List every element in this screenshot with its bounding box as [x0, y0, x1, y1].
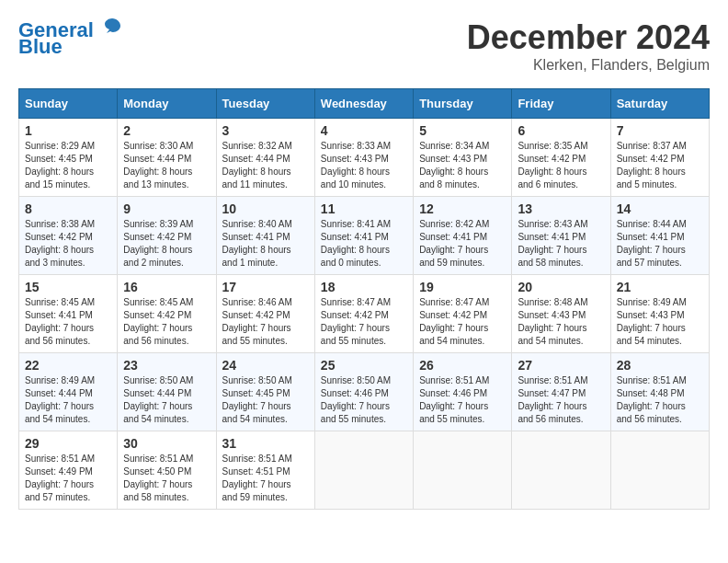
calendar-cell [414, 431, 512, 510]
day-info: Sunrise: 8:50 AM Sunset: 4:46 PM Dayligh… [321, 374, 407, 426]
weekday-header-sunday: Sunday [19, 89, 118, 119]
day-info: Sunrise: 8:44 AM Sunset: 4:41 PM Dayligh… [617, 218, 703, 270]
day-info: Sunrise: 8:51 AM Sunset: 4:49 PM Dayligh… [25, 453, 111, 504]
day-info: Sunrise: 8:50 AM Sunset: 4:44 PM Dayligh… [123, 374, 210, 426]
day-number: 25 [321, 358, 407, 373]
calendar-week-row: 8Sunrise: 8:38 AM Sunset: 4:42 PM Daylig… [19, 197, 710, 275]
logo-bird-icon [101, 15, 123, 37]
month-title: December 2024 [467, 18, 710, 57]
day-info: Sunrise: 8:38 AM Sunset: 4:42 PM Dayligh… [25, 218, 111, 270]
weekday-header-monday: Monday [118, 89, 216, 119]
day-number: 3 [222, 123, 309, 138]
day-info: Sunrise: 8:30 AM Sunset: 4:44 PM Dayligh… [123, 140, 210, 191]
day-number: 27 [518, 358, 604, 373]
day-info: Sunrise: 8:39 AM Sunset: 4:42 PM Dayligh… [123, 218, 210, 270]
day-number: 13 [518, 201, 604, 216]
calendar-cell [314, 431, 413, 510]
calendar-cell [512, 431, 610, 510]
day-info: Sunrise: 8:49 AM Sunset: 4:43 PM Dayligh… [617, 296, 703, 348]
day-number: 23 [123, 358, 210, 373]
day-number: 31 [222, 436, 309, 451]
day-info: Sunrise: 8:33 AM Sunset: 4:43 PM Dayligh… [321, 140, 407, 191]
calendar-cell: 19Sunrise: 8:47 AM Sunset: 4:42 PM Dayli… [414, 275, 512, 353]
calendar-cell: 6Sunrise: 8:35 AM Sunset: 4:42 PM Daylig… [512, 119, 610, 197]
calendar-cell: 17Sunrise: 8:46 AM Sunset: 4:42 PM Dayli… [216, 275, 314, 353]
calendar-cell: 3Sunrise: 8:32 AM Sunset: 4:44 PM Daylig… [216, 119, 314, 197]
day-info: Sunrise: 8:46 AM Sunset: 4:42 PM Dayligh… [222, 296, 309, 348]
day-number: 15 [25, 280, 111, 294]
calendar-cell: 12Sunrise: 8:42 AM Sunset: 4:41 PM Dayli… [414, 197, 512, 275]
weekday-header-wednesday: Wednesday [314, 89, 413, 119]
day-number: 16 [123, 280, 210, 294]
calendar-cell: 27Sunrise: 8:51 AM Sunset: 4:47 PM Dayli… [512, 353, 610, 431]
day-info: Sunrise: 8:35 AM Sunset: 4:42 PM Dayligh… [518, 140, 604, 191]
day-info: Sunrise: 8:47 AM Sunset: 4:42 PM Dayligh… [419, 296, 506, 348]
logo: General Blue [18, 18, 123, 58]
day-number: 11 [321, 201, 407, 216]
day-info: Sunrise: 8:48 AM Sunset: 4:43 PM Dayligh… [518, 296, 604, 348]
calendar-cell: 29Sunrise: 8:51 AM Sunset: 4:49 PM Dayli… [19, 431, 118, 510]
title-section: December 2024 Klerken, Flanders, Belgium [467, 18, 710, 74]
day-number: 4 [321, 123, 407, 138]
day-info: Sunrise: 8:43 AM Sunset: 4:41 PM Dayligh… [518, 218, 604, 270]
day-info: Sunrise: 8:51 AM Sunset: 4:46 PM Dayligh… [419, 374, 506, 426]
day-number: 2 [123, 123, 210, 138]
calendar-cell: 7Sunrise: 8:37 AM Sunset: 4:42 PM Daylig… [610, 119, 709, 197]
day-number: 30 [123, 436, 210, 451]
day-info: Sunrise: 8:51 AM Sunset: 4:48 PM Dayligh… [617, 374, 703, 426]
day-number: 17 [222, 280, 309, 294]
calendar-week-row: 1Sunrise: 8:29 AM Sunset: 4:45 PM Daylig… [19, 119, 710, 197]
calendar-cell: 8Sunrise: 8:38 AM Sunset: 4:42 PM Daylig… [19, 197, 118, 275]
location: Klerken, Flanders, Belgium [467, 57, 710, 74]
calendar-cell: 26Sunrise: 8:51 AM Sunset: 4:46 PM Dayli… [414, 353, 512, 431]
calendar-cell [610, 431, 709, 510]
day-number: 29 [25, 436, 111, 451]
weekday-header-tuesday: Tuesday [216, 89, 314, 119]
day-number: 21 [617, 280, 703, 294]
calendar-cell: 30Sunrise: 8:51 AM Sunset: 4:50 PM Dayli… [118, 431, 216, 510]
day-number: 18 [321, 280, 407, 294]
day-info: Sunrise: 8:47 AM Sunset: 4:42 PM Dayligh… [321, 296, 407, 348]
calendar-cell: 23Sunrise: 8:50 AM Sunset: 4:44 PM Dayli… [118, 353, 216, 431]
calendar-cell: 31Sunrise: 8:51 AM Sunset: 4:51 PM Dayli… [216, 431, 314, 510]
day-number: 24 [222, 358, 309, 373]
day-number: 7 [617, 123, 703, 138]
day-number: 28 [617, 358, 703, 373]
day-info: Sunrise: 8:32 AM Sunset: 4:44 PM Dayligh… [222, 140, 309, 191]
day-info: Sunrise: 8:51 AM Sunset: 4:51 PM Dayligh… [222, 453, 309, 504]
weekday-header-saturday: Saturday [610, 89, 709, 119]
calendar-cell: 25Sunrise: 8:50 AM Sunset: 4:46 PM Dayli… [314, 353, 413, 431]
calendar-cell: 10Sunrise: 8:40 AM Sunset: 4:41 PM Dayli… [216, 197, 314, 275]
calendar-cell: 4Sunrise: 8:33 AM Sunset: 4:43 PM Daylig… [314, 119, 413, 197]
weekday-header-thursday: Thursday [414, 89, 512, 119]
calendar-cell: 5Sunrise: 8:34 AM Sunset: 4:43 PM Daylig… [414, 119, 512, 197]
day-number: 10 [222, 201, 309, 216]
day-info: Sunrise: 8:51 AM Sunset: 4:50 PM Dayligh… [123, 453, 210, 504]
weekday-header-row: SundayMondayTuesdayWednesdayThursdayFrid… [19, 89, 710, 119]
day-info: Sunrise: 8:51 AM Sunset: 4:47 PM Dayligh… [518, 374, 604, 426]
day-number: 6 [518, 123, 604, 138]
day-number: 20 [518, 280, 604, 294]
day-number: 1 [25, 123, 111, 138]
day-info: Sunrise: 8:41 AM Sunset: 4:41 PM Dayligh… [321, 218, 407, 270]
day-info: Sunrise: 8:49 AM Sunset: 4:44 PM Dayligh… [25, 374, 111, 426]
day-number: 8 [25, 201, 111, 216]
calendar-cell: 16Sunrise: 8:45 AM Sunset: 4:42 PM Dayli… [118, 275, 216, 353]
calendar-cell: 18Sunrise: 8:47 AM Sunset: 4:42 PM Dayli… [314, 275, 413, 353]
calendar-cell: 2Sunrise: 8:30 AM Sunset: 4:44 PM Daylig… [118, 119, 216, 197]
day-number: 19 [419, 280, 506, 294]
day-number: 22 [25, 358, 111, 373]
day-info: Sunrise: 8:45 AM Sunset: 4:42 PM Dayligh… [123, 296, 210, 348]
day-info: Sunrise: 8:42 AM Sunset: 4:41 PM Dayligh… [419, 218, 506, 270]
day-info: Sunrise: 8:37 AM Sunset: 4:42 PM Dayligh… [617, 140, 703, 191]
calendar-cell: 20Sunrise: 8:48 AM Sunset: 4:43 PM Dayli… [512, 275, 610, 353]
day-info: Sunrise: 8:45 AM Sunset: 4:41 PM Dayligh… [25, 296, 111, 348]
calendar-week-row: 15Sunrise: 8:45 AM Sunset: 4:41 PM Dayli… [19, 275, 710, 353]
weekday-header-friday: Friday [512, 89, 610, 119]
calendar-cell: 9Sunrise: 8:39 AM Sunset: 4:42 PM Daylig… [118, 197, 216, 275]
calendar-cell: 13Sunrise: 8:43 AM Sunset: 4:41 PM Dayli… [512, 197, 610, 275]
day-number: 5 [419, 123, 506, 138]
calendar-cell: 28Sunrise: 8:51 AM Sunset: 4:48 PM Dayli… [610, 353, 709, 431]
calendar-cell: 11Sunrise: 8:41 AM Sunset: 4:41 PM Dayli… [314, 197, 413, 275]
calendar-cell: 14Sunrise: 8:44 AM Sunset: 4:41 PM Dayli… [610, 197, 709, 275]
